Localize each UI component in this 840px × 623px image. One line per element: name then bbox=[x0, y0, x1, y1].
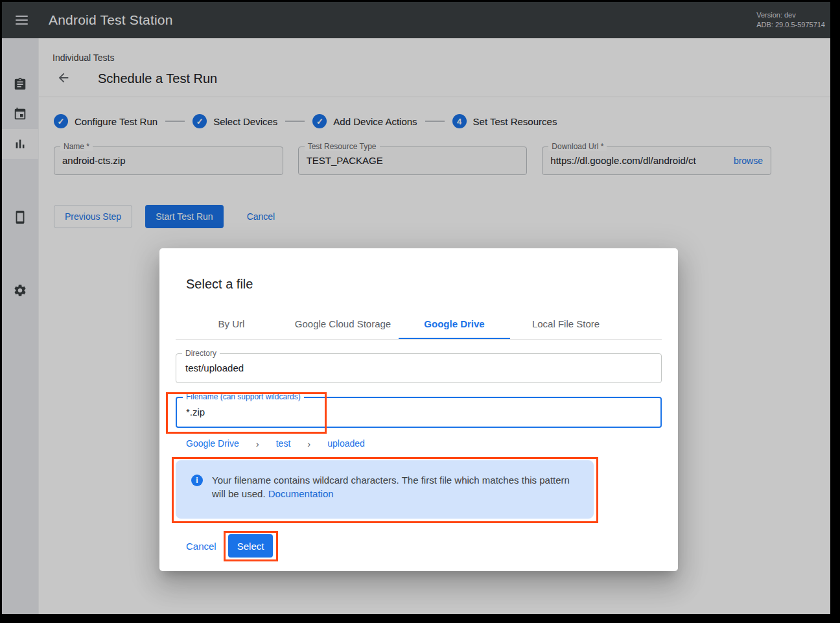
directory-field[interactable]: Directory test/uploaded bbox=[176, 353, 662, 383]
directory-field-label: Directory bbox=[182, 349, 220, 358]
dialog-actions: Cancel Select bbox=[186, 534, 678, 558]
alert-text: Your filename contains wildcard characte… bbox=[212, 473, 572, 519]
dialog-title: Select a file bbox=[186, 277, 678, 292]
dialog-cancel-button[interactable]: Cancel bbox=[186, 541, 216, 552]
filename-field[interactable]: Filename (can support wildcards) *.zip bbox=[176, 397, 662, 428]
tab-local-file-store[interactable]: Local File Store bbox=[510, 309, 622, 339]
dialog-select-button[interactable]: Select bbox=[228, 534, 274, 558]
wildcard-info-alert: i Your filename contains wildcard charac… bbox=[176, 460, 594, 519]
breadcrumb-item-google-drive[interactable]: Google Drive bbox=[186, 438, 239, 449]
breadcrumb-item-test[interactable]: test bbox=[276, 438, 291, 449]
directory-field-value: test/uploaded bbox=[176, 354, 661, 382]
breadcrumb-item-uploaded[interactable]: uploaded bbox=[327, 438, 365, 449]
breadcrumb: Google Drive › test › uploaded bbox=[186, 437, 678, 450]
chevron-right-icon: › bbox=[307, 438, 310, 449]
tab-google-cloud-storage[interactable]: Google Cloud Storage bbox=[287, 309, 399, 339]
file-source-tabs: By Url Google Cloud Storage Google Drive… bbox=[176, 309, 662, 340]
select-file-dialog: Select a file By Url Google Cloud Storag… bbox=[159, 248, 678, 571]
filename-field-label: Filename (can support wildcards) bbox=[183, 392, 304, 401]
chevron-right-icon: › bbox=[256, 438, 259, 449]
tab-google-drive[interactable]: Google Drive bbox=[399, 309, 510, 339]
alert-message: Your filename contains wildcard characte… bbox=[212, 475, 570, 499]
filename-field-value: *.zip bbox=[177, 398, 660, 427]
app-window: Android Test Station Version: dev ADB: 2… bbox=[2, 2, 830, 614]
documentation-link[interactable]: Documentation bbox=[268, 488, 334, 499]
info-icon: i bbox=[191, 475, 203, 486]
tab-by-url[interactable]: By Url bbox=[176, 309, 287, 339]
